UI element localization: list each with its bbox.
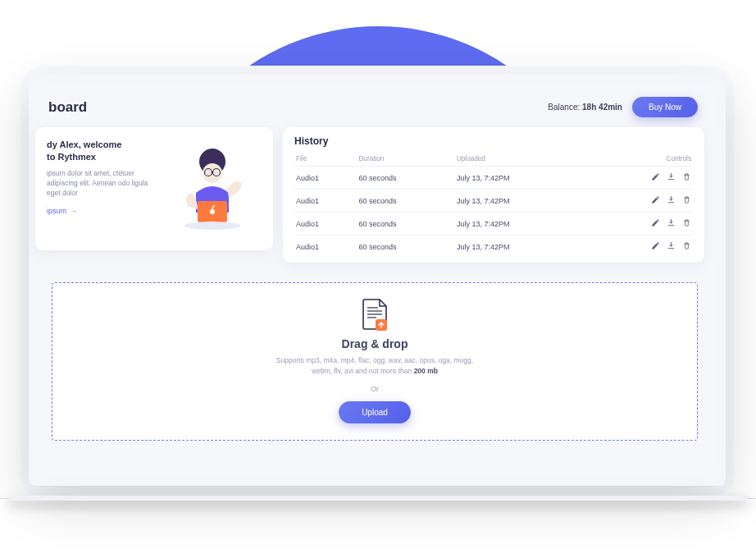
col-duration: Duration: [357, 152, 454, 167]
dropzone-title: Drag & drop: [342, 337, 408, 350]
row-actions: [651, 195, 691, 204]
col-controls: Controls: [589, 152, 693, 167]
svg-point-6: [210, 209, 215, 214]
delete-icon[interactable]: [682, 172, 691, 181]
arrow-right-icon: →: [70, 207, 77, 215]
topbar-right: Balance: 18h 42min Buy Now: [548, 97, 698, 117]
cell-duration: 60 seconds: [357, 167, 454, 190]
edit-icon[interactable]: [651, 172, 660, 181]
buy-now-button[interactable]: Buy Now: [632, 97, 698, 117]
row-actions: [651, 218, 691, 227]
cell-file: Audio1: [294, 236, 357, 258]
dropzone[interactable]: Drag & drop Supports mp3, m4a, mp4, flac…: [52, 282, 698, 441]
cell-file: Audio1: [294, 190, 357, 213]
cell-controls: [589, 190, 693, 213]
cell-file: Audio1: [294, 167, 357, 190]
welcome-text: dy Alex, welcome to Rythmex ipsum dolor …: [47, 139, 158, 242]
page-title: board: [48, 99, 87, 116]
balance-label: Balance:: [548, 103, 580, 112]
col-uploaded: Uploaded: [455, 152, 590, 167]
cell-controls: [589, 213, 693, 236]
person-laptop-icon: [163, 139, 262, 237]
row-actions: [651, 241, 691, 250]
edit-icon[interactable]: [651, 241, 660, 250]
balance-display: Balance: 18h 42min: [548, 103, 622, 112]
welcome-body: ipsum dolor sit amet, ctetuer adipiscing…: [47, 168, 158, 199]
dropzone-or: Or: [371, 385, 379, 393]
download-icon[interactable]: [667, 218, 676, 227]
history-card: History File Duration Uploaded Controls …: [283, 127, 704, 263]
table-row: Audio160 secondsJuly 13, 7:42PM: [294, 213, 693, 236]
cell-controls: [589, 236, 693, 258]
cell-uploaded: July 13, 7:42PM: [455, 236, 590, 258]
table-row: Audio160 secondsJuly 13, 7:42PM: [294, 167, 693, 190]
svg-point-7: [184, 222, 240, 230]
balance-value: 18h 42min: [582, 103, 622, 112]
cell-file: Audio1: [294, 213, 357, 236]
welcome-link[interactable]: ipsum →: [47, 207, 77, 215]
app-screen: board Balance: 18h 42min Buy Now dy Alex…: [40, 85, 714, 474]
cell-controls: [589, 167, 693, 190]
download-icon[interactable]: [667, 195, 676, 204]
welcome-link-text: ipsum: [47, 207, 66, 215]
cell-duration: 60 seconds: [357, 236, 454, 258]
col-file: File: [294, 152, 357, 167]
upload-button[interactable]: Upload: [339, 401, 411, 423]
welcome-card: dy Alex, welcome to Rythmex ipsum dolor …: [35, 127, 273, 250]
cell-uploaded: July 13, 7:42PM: [455, 190, 590, 213]
delete-icon[interactable]: [682, 218, 691, 227]
history-header-row: File Duration Uploaded Controls: [294, 152, 693, 167]
device-frame: board Balance: 18h 42min Buy Now dy Alex…: [29, 74, 726, 486]
edit-icon[interactable]: [651, 218, 660, 227]
table-row: Audio160 secondsJuly 13, 7:42PM: [294, 236, 693, 258]
edit-icon[interactable]: [651, 195, 660, 204]
cell-uploaded: July 13, 7:42PM: [455, 213, 590, 236]
dropzone-support-text: Supports mp3, m4a, mp4, flac, ogg, wav, …: [268, 355, 481, 377]
welcome-title: dy Alex, welcome to Rythmex: [47, 139, 158, 163]
device-base: [8, 496, 748, 501]
table-row: Audio160 secondsJuly 13, 7:42PM: [294, 190, 693, 213]
delete-icon[interactable]: [682, 241, 691, 250]
row-actions: [651, 172, 691, 181]
delete-icon[interactable]: [682, 195, 691, 204]
download-icon[interactable]: [667, 172, 676, 181]
cards-row: dy Alex, welcome to Rythmex ipsum dolor …: [40, 127, 704, 263]
download-icon[interactable]: [667, 241, 676, 250]
cell-uploaded: July 13, 7:42PM: [455, 167, 590, 190]
cell-duration: 60 seconds: [357, 190, 454, 213]
history-title: History: [294, 135, 693, 147]
cell-duration: 60 seconds: [357, 213, 454, 236]
topbar: board Balance: 18h 42min Buy Now: [40, 94, 704, 119]
file-upload-icon: [360, 298, 389, 331]
history-table: File Duration Uploaded Controls Audio160…: [294, 152, 693, 258]
welcome-illustration: [163, 139, 262, 242]
